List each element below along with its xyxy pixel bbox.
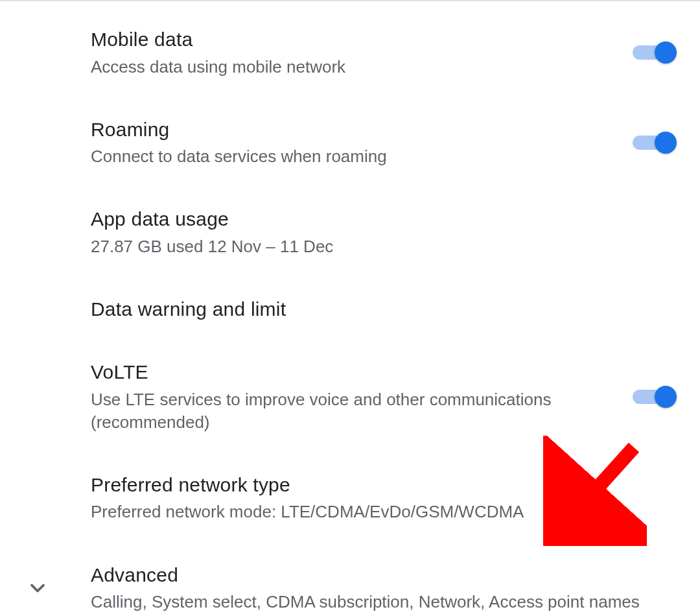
setting-title: Data warning and limit	[91, 297, 674, 322]
setting-title: Roaming	[91, 117, 620, 142]
setting-subtitle: Access data using mobile network	[91, 56, 557, 78]
setting-text: Mobile data Access data using mobile net…	[91, 27, 620, 78]
setting-advanced[interactable]: Advanced Calling, System select, CDMA su…	[0, 543, 700, 616]
setting-mobile-data[interactable]: Mobile data Access data using mobile net…	[0, 8, 700, 98]
setting-text: Advanced Calling, System select, CDMA su…	[91, 563, 674, 614]
setting-text: Roaming Connect to data services when ro…	[91, 117, 620, 169]
setting-title: VoLTE	[91, 360, 620, 385]
setting-subtitle: Calling, System select, CDMA subscriptio…	[91, 591, 674, 613]
setting-title: Preferred network type	[91, 473, 674, 497]
toggle-mobile-data[interactable]	[633, 40, 674, 65]
setting-data-warning-limit[interactable]: Data warning and limit	[0, 278, 700, 341]
setting-preferred-network-type[interactable]: Preferred network type Preferred network…	[0, 453, 700, 543]
toggle-volte[interactable]	[633, 384, 674, 410]
setting-title: App data usage	[91, 207, 674, 231]
setting-subtitle: 27.87 GB used 12 Nov – 11 Dec	[91, 235, 557, 258]
toggle-thumb	[655, 386, 677, 408]
settings-list: Mobile data Access data using mobile net…	[0, 1, 700, 616]
setting-volte[interactable]: VoLTE Use LTE services to improve voice …	[0, 340, 700, 453]
setting-subtitle: Use LTE services to improve voice and ot…	[91, 388, 557, 434]
setting-subtitle: Preferred network mode: LTE/CDMA/EvDo/GS…	[91, 501, 557, 523]
setting-text: Preferred network type Preferred network…	[91, 473, 674, 524]
setting-text: VoLTE Use LTE services to improve voice …	[91, 360, 620, 434]
toggle-thumb	[655, 132, 677, 154]
setting-roaming[interactable]: Roaming Connect to data services when ro…	[0, 98, 700, 188]
toggle-thumb	[655, 41, 677, 64]
setting-app-data-usage[interactable]: App data usage 27.87 GB used 12 Nov – 11…	[0, 187, 700, 278]
setting-text: Data warning and limit	[91, 297, 674, 322]
chevron-down-icon	[26, 576, 49, 600]
toggle-roaming[interactable]	[633, 130, 674, 156]
setting-subtitle: Connect to data services when roaming	[91, 145, 557, 168]
setting-title: Advanced	[91, 563, 674, 587]
setting-text: App data usage 27.87 GB used 12 Nov – 11…	[91, 207, 674, 258]
setting-title: Mobile data	[91, 27, 620, 52]
